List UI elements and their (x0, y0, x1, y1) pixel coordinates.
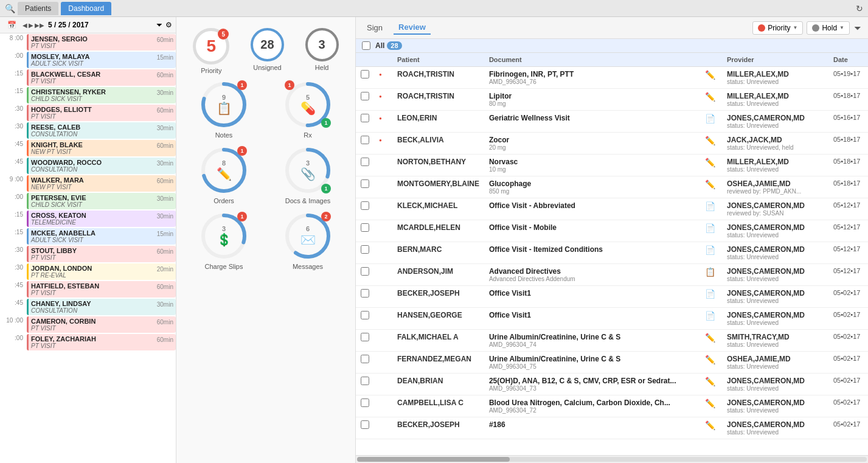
review-tab[interactable]: Review (394, 21, 431, 35)
filter-button[interactable]: ⏷ (156, 21, 163, 29)
patient-cell[interactable]: KLECK,MICHAEL (392, 198, 484, 220)
edit-icon[interactable]: ✏️ (705, 158, 715, 167)
unsigned-circle[interactable]: 28 Unsigned (251, 28, 284, 71)
refresh-button[interactable]: ↻ (856, 4, 863, 13)
next-single-button[interactable]: ▶ (29, 22, 33, 29)
row-checkbox[interactable] (361, 420, 369, 429)
settings-button[interactable]: ⚙ (165, 21, 172, 29)
row-checkbox[interactable] (361, 201, 369, 210)
patient-cell[interactable]: CAMPBELL,LISA C (392, 395, 484, 417)
prev-date-button[interactable]: ◀ (23, 22, 27, 29)
doc2-icon[interactable]: 📋 (705, 267, 715, 277)
row-checkbox[interactable] (361, 311, 369, 319)
rx-task[interactable]: 5 💊 1 1 Rx (269, 80, 346, 139)
next-date-button[interactable]: ▶▶ (35, 22, 44, 29)
edit-icon[interactable]: ✏️ (705, 92, 715, 102)
appointment-item[interactable]: CHANEY, LINDSAY CONSULTATION 30min (27, 299, 176, 315)
appointment-item[interactable]: MCKEE, ANABELLA ADULT SICK VISIT 15min (27, 228, 176, 245)
edit-icon[interactable]: ✏️ (705, 355, 715, 364)
row-checkbox[interactable] (361, 70, 369, 78)
patient-cell[interactable]: HANSEN,GEORGE (392, 308, 484, 330)
calendar-icon-button[interactable]: 📅 (4, 19, 20, 30)
row-checkbox[interactable] (361, 267, 369, 276)
row-checkbox[interactable] (361, 114, 369, 122)
patient-cell[interactable]: ROACH,TRISTIN (392, 89, 484, 111)
appointment-item[interactable]: CHRISTENSEN, RYKER CHILD SICK VISIT 30mi… (27, 87, 176, 103)
messages-task[interactable]: 6 ✉️ 2 Messages (269, 212, 346, 270)
appointment-item[interactable]: WOODWARD, ROCCO CONSULTATION 30min (27, 158, 176, 174)
sign-tab[interactable]: Sign (362, 21, 387, 34)
dashboard-tab[interactable]: Dashboard (61, 2, 111, 15)
appointment-item[interactable]: CAMERON, CORBIN PT VISIT 60min (27, 316, 176, 333)
doc-icon-cell[interactable]: 📄 (700, 111, 722, 133)
edit-icon[interactable]: ✏️ (705, 70, 715, 80)
doc-icon-cell[interactable]: ✏️ (700, 374, 722, 395)
patient-cell[interactable]: BECKER,JOSEPH (392, 286, 484, 308)
appointment-item[interactable]: BLACKWELL, CESAR PT VISIT 60min (27, 69, 176, 86)
row-checkbox[interactable] (361, 158, 369, 166)
doc-icon-cell[interactable]: 📄 (700, 242, 722, 264)
patient-cell[interactable]: ANDERSON,JIM (392, 264, 484, 286)
patient-cell[interactable]: NORTON,BETHANY (392, 155, 484, 176)
doc-icon-cell[interactable]: ✏️ (700, 133, 722, 155)
schedule-list[interactable]: 8 :00 JENSEN, SERGIO PT VISIT 60min :00 … (0, 33, 176, 463)
patient-cell[interactable]: BECKER,JOSEPH (392, 417, 484, 439)
row-checkbox[interactable] (361, 355, 369, 363)
appointment-item[interactable]: FOLEY, ZACHARIAH PT VISIT 60min (27, 334, 176, 350)
appointment-item[interactable]: CROSS, KEATON TELEMEDICINE 30min (27, 211, 176, 227)
doc-icon-cell[interactable]: ✏️ (700, 395, 722, 417)
appointment-item[interactable]: WALKER, MARA NEW PT VISIT 60min (27, 175, 176, 192)
review-filter-button[interactable]: ⏷ (853, 23, 862, 33)
edit-icon[interactable]: ✏️ (705, 136, 715, 145)
appointment-item[interactable]: HATFIELD, ESTEBAN PT VISIT 60min (27, 281, 176, 298)
patient-cell[interactable]: MCARDLE,HELEN (392, 220, 484, 242)
patient-cell[interactable]: DEAN,BRIAN (392, 374, 484, 395)
priority-circle[interactable]: 5 5 Priority (193, 28, 229, 74)
all-tab[interactable]: All 28 (375, 41, 402, 50)
patient-cell[interactable]: MONTGOMERY,BLAINE (392, 176, 484, 198)
patient-cell[interactable]: BECK,ALIVIA (392, 133, 484, 155)
edit-icon[interactable]: ✏️ (705, 179, 715, 189)
scroll-bar-x[interactable] (356, 455, 868, 463)
notes-task[interactable]: 9 📋 1 Notes (186, 80, 262, 139)
hold-button[interactable]: Hold ▼ (807, 21, 850, 35)
doc-icon-cell[interactable]: ✏️ (700, 67, 722, 89)
row-checkbox[interactable] (361, 289, 369, 298)
row-checkbox[interactable] (361, 333, 369, 341)
doc-icon-cell[interactable]: 📋 (700, 264, 722, 286)
row-checkbox[interactable] (361, 92, 369, 100)
doc-icon-cell[interactable]: ✏️ (700, 330, 722, 352)
edit-icon[interactable]: ✏️ (705, 333, 715, 343)
priority-dropdown-arrow[interactable]: ▼ (793, 25, 797, 30)
doc-icon[interactable]: 📄 (705, 289, 715, 299)
doc-icon-cell[interactable]: 📄 (700, 198, 722, 220)
orders-task[interactable]: 8 ✏️ 1 Orders (186, 146, 262, 204)
charge-slips-task[interactable]: 3 💲 1 Charge Slips (186, 212, 262, 270)
doc-icon-cell[interactable]: 📄 (700, 286, 722, 308)
appointment-item[interactable]: JENSEN, SERGIO PT VISIT 60min (27, 34, 176, 50)
hold-dropdown-arrow[interactable]: ▼ (839, 25, 844, 30)
edit-icon[interactable]: ✏️ (705, 377, 715, 386)
scroll-thumb[interactable] (357, 457, 510, 462)
doc-icon[interactable]: 📄 (705, 114, 715, 124)
appointment-item[interactable]: REESE, CALEB CONSULTATION 30min (27, 122, 176, 139)
docs-images-task[interactable]: 3 📎 1 Docs & Images (269, 146, 346, 204)
doc-icon-cell[interactable]: ✏️ (700, 155, 722, 176)
appointment-item[interactable]: HODGES, ELLIOTT PT VISIT 60min (27, 105, 176, 121)
doc-icon[interactable]: 📄 (705, 245, 715, 255)
doc-icon[interactable]: 📄 (705, 223, 715, 233)
patient-cell[interactable]: FERNANDEZ,MEGAN (392, 352, 484, 374)
doc-icon[interactable]: 📄 (705, 201, 715, 211)
patient-cell[interactable]: BERN,MARC (392, 242, 484, 264)
search-patients-button[interactable]: 🔍 (5, 4, 15, 13)
row-checkbox[interactable] (361, 377, 369, 385)
appointment-item[interactable]: STOUT, LIBBY PT VISIT 60min (27, 246, 176, 262)
appointment-item[interactable]: KNIGHT, BLAKE NEW PT VISIT 60min (27, 140, 176, 156)
doc-icon-cell[interactable]: 📄 (700, 308, 722, 330)
patient-cell[interactable]: ROACH,TRISTIN (392, 67, 484, 89)
patient-cell[interactable]: FALK,MICHAEL A (392, 330, 484, 352)
appointment-item[interactable]: JORDAN, LONDON PT RE-EVAL 20min (27, 263, 176, 280)
review-table-container[interactable]: Patient Document Provider Date ● ROACH,T… (356, 53, 868, 455)
doc-icon-cell[interactable]: ✏️ (700, 176, 722, 198)
row-checkbox[interactable] (361, 245, 369, 254)
